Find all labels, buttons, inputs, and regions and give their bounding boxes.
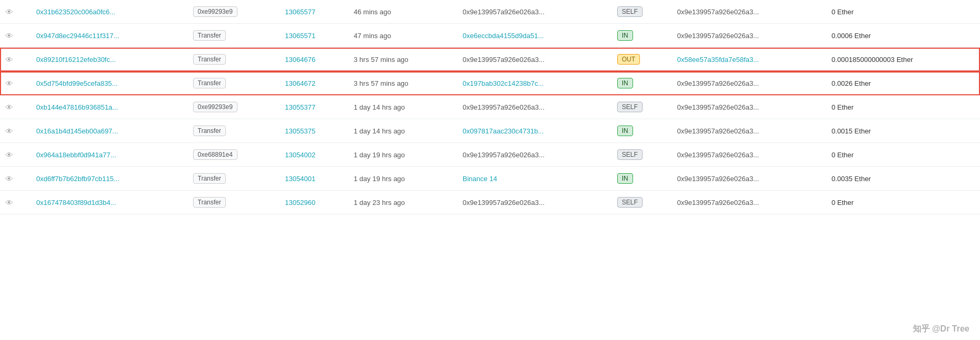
- block-link[interactable]: 13052960: [285, 199, 316, 207]
- age-text: 1 day 19 hrs ago: [354, 151, 405, 159]
- tx-hash-link[interactable]: 0xb144e47816b936851a...: [36, 103, 118, 111]
- from-address: 0x9e139957a926e026a3...: [463, 103, 545, 111]
- direction-badge: SELF: [617, 197, 643, 208]
- table-row: 👁0xd6ff7b7b62bfb97cb115...Transfer130540…: [0, 167, 980, 191]
- block-link[interactable]: 13065577: [285, 8, 316, 16]
- age-text: 1 day 19 hrs ago: [354, 175, 405, 183]
- method-badge: 0xe99293e9: [193, 6, 237, 17]
- to-address: 0x9e139957a926e026a3...: [677, 199, 759, 207]
- to-address: 0x9e139957a926e026a3...: [677, 175, 759, 183]
- table-row: 👁0x16a1b4d145eb00a697...Transfer13055375…: [0, 119, 980, 143]
- value-text: 0 Ether: [831, 199, 854, 207]
- value-text: 0.000185000000003 Ether: [831, 56, 913, 64]
- direction-badge: IN: [617, 78, 633, 88]
- direction-badge: IN: [617, 126, 633, 136]
- eye-icon[interactable]: 👁: [5, 31, 13, 40]
- age-text: 1 day 23 hrs ago: [354, 199, 405, 207]
- block-link[interactable]: 13054002: [285, 151, 316, 159]
- block-link[interactable]: 13055375: [285, 127, 316, 135]
- tx-hash-link[interactable]: 0x5d754bfd99e5cefa835...: [36, 79, 117, 87]
- table-row: 👁0xb144e47816b936851a...0xe99293e9130553…: [0, 95, 980, 119]
- value-text: 0.0015 Ether: [831, 127, 871, 135]
- from-address: 0x9e139957a926e026a3...: [463, 8, 545, 16]
- eye-icon[interactable]: 👁: [5, 103, 13, 112]
- eye-icon[interactable]: 👁: [5, 79, 13, 88]
- table-row: 👁0x5d754bfd99e5cefa835...Transfer1306467…: [0, 71, 980, 95]
- tx-hash-link[interactable]: 0x31b623520c006a0fc6...: [36, 8, 115, 16]
- direction-badge: SELF: [617, 102, 643, 112]
- eye-icon[interactable]: 👁: [5, 55, 13, 64]
- from-address[interactable]: 0x097817aac230c4731b...: [463, 127, 544, 135]
- from-address: 0x9e139957a926e026a3...: [463, 199, 545, 207]
- to-address: 0x9e139957a926e026a3...: [677, 127, 759, 135]
- from-address[interactable]: 0xe6eccbda4155d9da51...: [463, 32, 544, 40]
- table-row: 👁0x31b623520c006a0fc6...0xe99293e9130655…: [0, 0, 980, 24]
- method-badge: Transfer: [193, 126, 226, 136]
- table-row: 👁0x947d8ec29446c11f317...Transfer1306557…: [0, 24, 980, 48]
- value-text: 0 Ether: [831, 103, 854, 111]
- method-badge: Transfer: [193, 78, 226, 88]
- table-row: 👁0x89210f16212efeb30fc...Transfer1306467…: [0, 48, 980, 71]
- direction-badge: OUT: [617, 54, 640, 65]
- table-row: 👁0x964a18ebbf0d941a77...0xe68891e4130540…: [0, 143, 980, 167]
- from-address: 0x9e139957a926e026a3...: [463, 56, 545, 64]
- tx-hash-link[interactable]: 0x16a1b4d145eb00a697...: [36, 127, 118, 135]
- to-address: 0x9e139957a926e026a3...: [677, 79, 759, 87]
- from-address[interactable]: Binance 14: [463, 175, 497, 183]
- method-badge: 0xe68891e4: [193, 149, 237, 160]
- eye-icon[interactable]: 👁: [5, 174, 13, 183]
- age-text: 1 day 14 hrs ago: [354, 127, 405, 135]
- block-link[interactable]: 13065571: [285, 32, 316, 40]
- direction-badge: SELF: [617, 149, 643, 160]
- to-address: 0x9e139957a926e026a3...: [677, 151, 759, 159]
- age-text: 1 day 14 hrs ago: [354, 103, 405, 111]
- direction-badge: IN: [617, 30, 633, 41]
- value-text: 0 Ether: [831, 151, 854, 159]
- block-link[interactable]: 13054001: [285, 175, 316, 183]
- age-text: 3 hrs 57 mins ago: [354, 79, 408, 87]
- eye-icon[interactable]: 👁: [5, 150, 13, 159]
- value-text: 0 Ether: [831, 8, 854, 16]
- to-address[interactable]: 0x58ee57a35fda7e58fa3...: [677, 56, 759, 64]
- block-link[interactable]: 13055377: [285, 103, 316, 111]
- eye-icon[interactable]: 👁: [5, 198, 13, 207]
- block-link[interactable]: 13064676: [285, 56, 316, 64]
- to-address: 0x9e139957a926e026a3...: [677, 8, 759, 16]
- tx-hash-link[interactable]: 0x167478403f89d1d3b4...: [36, 199, 116, 207]
- eye-icon[interactable]: 👁: [5, 7, 13, 16]
- method-badge: 0xe99293e9: [193, 102, 237, 112]
- tx-hash-link[interactable]: 0x964a18ebbf0d941a77...: [36, 151, 116, 159]
- to-address: 0x9e139957a926e026a3...: [677, 103, 759, 111]
- transactions-table: 👁0x31b623520c006a0fc6...0xe99293e9130655…: [0, 0, 980, 214]
- method-badge: Transfer: [193, 197, 226, 208]
- age-text: 46 mins ago: [354, 8, 391, 16]
- age-text: 47 mins ago: [354, 32, 391, 40]
- from-address: 0x9e139957a926e026a3...: [463, 151, 545, 159]
- age-text: 3 hrs 57 mins ago: [354, 56, 408, 64]
- from-address[interactable]: 0x197bab302c14238b7c...: [463, 79, 544, 87]
- tx-hash-link[interactable]: 0xd6ff7b7b62bfb97cb115...: [36, 175, 119, 183]
- block-link[interactable]: 13064672: [285, 79, 316, 87]
- table-row: 👁0x167478403f89d1d3b4...Transfer13052960…: [0, 191, 980, 214]
- tx-hash-link[interactable]: 0x89210f16212efeb30fc...: [36, 56, 115, 64]
- tx-hash-link[interactable]: 0x947d8ec29446c11f317...: [36, 32, 119, 40]
- method-badge: Transfer: [193, 173, 226, 184]
- value-text: 0.0026 Ether: [831, 79, 871, 87]
- direction-badge: SELF: [617, 6, 643, 17]
- direction-badge: IN: [617, 173, 633, 184]
- value-text: 0.0035 Ether: [831, 175, 871, 183]
- to-address: 0x9e139957a926e026a3...: [677, 32, 759, 40]
- eye-icon[interactable]: 👁: [5, 127, 13, 136]
- method-badge: Transfer: [193, 30, 226, 41]
- value-text: 0.0006 Ether: [831, 32, 871, 40]
- method-badge: Transfer: [193, 54, 226, 65]
